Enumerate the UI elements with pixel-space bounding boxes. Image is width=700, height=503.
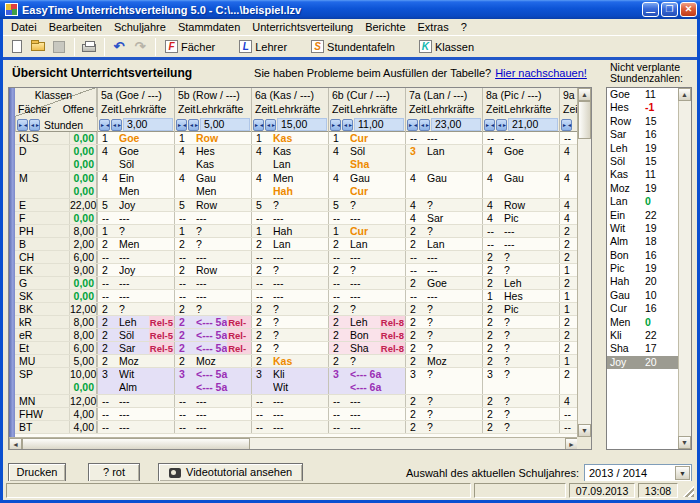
grid-cell[interactable]: 2<--- 5aRel-6 xyxy=(174,329,251,341)
grid-cell[interactable]: 2? xyxy=(482,251,559,263)
nav-left-button[interactable]: ►◄ xyxy=(176,119,187,131)
minimize-button[interactable] xyxy=(642,2,659,17)
grid-cell[interactable]: 3? xyxy=(482,368,559,394)
grid-cell[interactable]: 2Joy xyxy=(97,264,174,276)
grid-cell[interactable]: 2Moz xyxy=(97,355,174,367)
nav-left-button[interactable]: ►◄ xyxy=(99,119,110,131)
grid-cell[interactable]: 1Kas xyxy=(251,132,328,144)
grid-cell[interactable]: ----- xyxy=(328,251,405,263)
nav-right-button[interactable]: ◄► xyxy=(188,119,199,131)
grid-cell[interactable]: 2 xyxy=(559,342,579,354)
grid-cell[interactable]: 1? xyxy=(97,225,174,237)
grid-cell[interactable]: 4GoeSöl xyxy=(97,145,174,171)
grid-cell[interactable]: 2? xyxy=(328,264,405,276)
nav-right-button[interactable]: ◄► xyxy=(496,119,507,131)
grid-cell[interactable]: ----- xyxy=(97,408,174,420)
grid-cell[interactable]: 2SölRel-5 xyxy=(97,329,174,341)
grid-cell[interactable]: 3<--- 5a<--- 5a xyxy=(174,368,251,394)
grid-cell[interactable]: 2 xyxy=(559,277,579,289)
grid-cell[interactable]: 3KliWit xyxy=(251,368,328,394)
grid-cell[interactable]: ----- xyxy=(97,212,174,224)
grid-cell[interactable]: ----- xyxy=(405,264,482,276)
grid-cell[interactable]: 4GauMen xyxy=(174,172,251,198)
grid-cell[interactable]: 3? xyxy=(405,368,482,394)
nav-right-button[interactable]: ◄► xyxy=(29,119,40,131)
grid-cell[interactable]: 1Row xyxy=(174,132,251,144)
menu-item-schuljahre[interactable]: Schuljahre xyxy=(108,20,172,34)
grid-cell[interactable]: 2Leh xyxy=(482,277,559,289)
grid-cell[interactable]: -- xyxy=(559,421,579,433)
grid-cell[interactable]: 2? xyxy=(251,316,328,328)
grid-cell[interactable]: ----- xyxy=(251,251,328,263)
grid-cell[interactable]: ----- xyxy=(328,395,405,407)
grid-cell[interactable]: 2<--- 5aRel-6 xyxy=(174,342,251,354)
grid-cell[interactable]: 2? xyxy=(97,303,174,315)
grid-cell[interactable]: ----- xyxy=(97,277,174,289)
grid-cell[interactable]: 2? xyxy=(251,303,328,315)
teacher-hours-item[interactable]: Men0 xyxy=(607,316,678,329)
grid-cell[interactable]: 2 xyxy=(559,251,579,263)
grid-cell[interactable]: 4KasLan xyxy=(251,145,328,171)
grid-cell[interactable]: 4MenHah xyxy=(251,172,328,198)
grid-cell[interactable]: ----- xyxy=(482,238,559,250)
grid-cell[interactable]: 2<--- 5aRel-6 xyxy=(174,316,251,328)
print-report-button[interactable]: Drucken xyxy=(8,463,66,482)
grid-cell[interactable]: 4Gau xyxy=(482,172,559,198)
grid-cell[interactable]: 2LehRel-8 xyxy=(328,316,405,328)
menu-item-stammdaten[interactable]: Stammdaten xyxy=(172,20,246,34)
grid-cell[interactable]: 2? xyxy=(251,342,328,354)
grid-cell[interactable]: 4 xyxy=(559,145,579,171)
grid-cell[interactable]: ----- xyxy=(97,251,174,263)
nav-left-button[interactable]: ►◄ xyxy=(253,119,264,131)
print-button[interactable] xyxy=(79,38,99,56)
grid-cell[interactable]: 2? xyxy=(328,355,405,367)
grid-cell[interactable]: ----- xyxy=(405,132,482,144)
grid-cell[interactable]: 2? xyxy=(482,264,559,276)
teacher-hours-item[interactable]: Joy20 xyxy=(607,356,678,369)
grid-cell[interactable]: 2Pic xyxy=(482,303,559,315)
menu-item-bearbeiten[interactable]: Bearbeiten xyxy=(43,20,108,34)
teacher-hours-item[interactable]: Kli22 xyxy=(607,329,678,342)
grid-cell[interactable]: -- xyxy=(559,408,579,420)
grid-cell[interactable]: ----- xyxy=(174,251,251,263)
menu-item-berichte[interactable]: Berichte xyxy=(359,20,411,34)
scroll-up-button[interactable]: ▲ xyxy=(578,88,591,101)
grid-cell[interactable]: 2 xyxy=(559,225,579,237)
teacher-hours-item[interactable]: Pic19 xyxy=(607,262,678,275)
horizontal-scroll-thumb[interactable] xyxy=(22,438,250,450)
save-button[interactable] xyxy=(49,38,69,56)
list-scroll-up-button[interactable]: ▲ xyxy=(678,88,691,101)
grid-cell[interactable]: 2? xyxy=(328,303,405,315)
list-scrollbar[interactable]: ▲ ▼ xyxy=(678,88,691,449)
grid-cell[interactable]: 2? xyxy=(482,421,559,433)
grid-cell[interactable]: -- xyxy=(559,132,579,144)
teacher-hours-item[interactable]: Bon16 xyxy=(607,249,678,262)
grid-cell[interactable]: ----- xyxy=(482,225,559,237)
menu-item-extras[interactable]: Extras xyxy=(412,20,455,34)
grid-cell[interactable]: 2? xyxy=(174,238,251,250)
nav-right-button[interactable]: ◄► xyxy=(111,119,122,131)
grid-cell[interactable]: 4 xyxy=(559,395,579,407)
nav-right-button[interactable]: ◄► xyxy=(419,119,430,131)
teacher-hours-item[interactable]: Kas11 xyxy=(607,168,678,181)
grid-cell[interactable]: ----- xyxy=(328,290,405,302)
question-red-button[interactable]: ? rot xyxy=(88,463,140,482)
grid-cell[interactable]: 4 xyxy=(559,212,579,224)
nav-left-button[interactable]: ►◄ xyxy=(561,119,572,131)
grid-cell[interactable]: ----- xyxy=(251,421,328,433)
teacher-hours-item[interactable]: Lan0 xyxy=(607,195,678,208)
grid-cell[interactable]: 2 xyxy=(559,316,579,328)
grid-cell[interactable]: ----- xyxy=(328,212,405,224)
new-file-button[interactable] xyxy=(7,38,27,56)
grid-cell[interactable]: 4SölSha xyxy=(328,145,405,171)
grid-cell[interactable]: 4 xyxy=(559,172,579,198)
grid-cell[interactable]: 1Goe xyxy=(97,132,174,144)
grid-cell[interactable]: 1Cur xyxy=(328,225,405,237)
teacher-hours-item[interactable]: Sha17 xyxy=(607,342,678,355)
grid-cell[interactable]: 5Joy xyxy=(97,199,174,211)
grid-cell[interactable]: 4Gau xyxy=(405,172,482,198)
grid-cell[interactable]: 2? xyxy=(174,303,251,315)
grid-cell[interactable]: ----- xyxy=(328,421,405,433)
teacher-hours-item[interactable]: Moz19 xyxy=(607,182,678,195)
combo-dropdown-arrow-icon[interactable]: ▼ xyxy=(675,466,690,480)
